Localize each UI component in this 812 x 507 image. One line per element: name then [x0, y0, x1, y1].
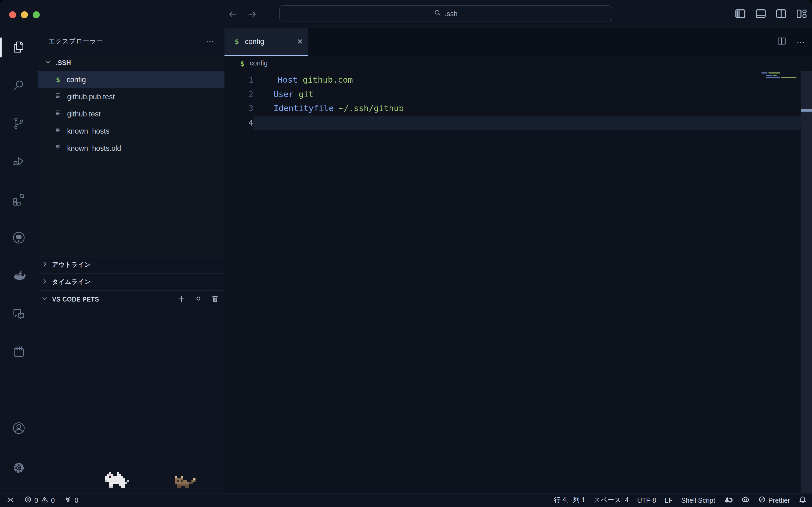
minimize-window-button[interactable]: [21, 11, 28, 18]
file-row-config[interactable]: $ config: [38, 71, 224, 88]
breadcrumb-file: config: [250, 60, 268, 67]
section-label: VS CODE PETS: [52, 296, 99, 302]
file-row-github-pub-test[interactable]: github.pub.test: [38, 88, 224, 105]
warning-icon: [41, 496, 48, 505]
shellscript-file-icon: $: [54, 75, 62, 83]
section-label: タイムライン: [52, 278, 91, 286]
title-bar: .ssh: [0, 0, 812, 28]
overview-ruler-cursor-marker: [801, 109, 812, 112]
chevron-right-icon: [41, 277, 49, 286]
editor-more-actions-icon[interactable]: ⋯: [797, 37, 806, 47]
search-view-icon[interactable]: [6, 72, 32, 98]
file-row-known-hosts-old[interactable]: known_hosts.old: [38, 139, 224, 157]
back-arrow-icon[interactable]: [228, 9, 238, 21]
editor-scrollbar[interactable]: [801, 71, 812, 493]
line-number: 3: [224, 101, 253, 116]
error-count: 0: [34, 497, 38, 504]
file-row-github-test[interactable]: github.test: [38, 105, 224, 122]
code-editor[interactable]: 1 Hostgithub.com 2 Usergit 3 Identityfil…: [224, 71, 812, 493]
broadcast-icon: [64, 496, 72, 505]
remote-indicator-icon[interactable]: [6, 496, 14, 505]
close-tab-icon[interactable]: ✕: [297, 37, 303, 45]
notifications-bell-icon[interactable]: [799, 496, 807, 505]
section-label: アウトライン: [52, 261, 91, 269]
more-actions-icon[interactable]: ⋯: [206, 36, 215, 46]
chat-comments-icon[interactable]: [6, 301, 32, 327]
file-label: github.pub.test: [67, 93, 115, 101]
section-vscode-pets[interactable]: VS CODE PETS: [38, 290, 224, 307]
editor-group: $ config ✕ ⋯ $ config 1 Hostgithub.com 2: [224, 28, 812, 493]
file-label: config: [66, 75, 86, 83]
chevron-down-icon: [44, 58, 52, 68]
toggle-panel-icon[interactable]: [755, 8, 766, 21]
account-icon[interactable]: [12, 421, 26, 437]
language-mode-status[interactable]: Shell Script: [681, 497, 715, 504]
search-value: .ssh: [445, 9, 458, 17]
copilot-icon[interactable]: [741, 495, 750, 505]
section-outline[interactable]: アウトライン: [38, 256, 224, 273]
line-number: 2: [224, 87, 253, 101]
squirrel-pets-icon[interactable]: [724, 495, 732, 505]
github-icon[interactable]: [6, 225, 32, 250]
pet-dog-white[interactable]: [105, 472, 129, 492]
line-number: 1: [224, 73, 253, 87]
customize-layout-icon[interactable]: [796, 8, 807, 21]
shellscript-file-icon: $: [239, 59, 246, 67]
docker-icon[interactable]: [6, 263, 32, 289]
eol-status[interactable]: LF: [665, 497, 673, 504]
indent-guide: [277, 87, 278, 116]
indentation-status[interactable]: スペース: 4: [594, 496, 628, 505]
text-file-icon: [54, 126, 62, 136]
formatter-status[interactable]: Prettier: [758, 496, 790, 505]
close-window-button[interactable]: [9, 11, 16, 18]
explorer-icon[interactable]: [6, 34, 32, 60]
command-center-search[interactable]: .ssh: [279, 5, 612, 21]
encoding-status[interactable]: UTF-8: [637, 497, 656, 504]
explorer-sidebar: エクスプローラー ⋯ .SSH $ config github.pub.test…: [38, 28, 224, 493]
code-line: 2 Usergit: [224, 87, 812, 101]
file-label: github.test: [67, 110, 101, 118]
window-controls: [9, 11, 40, 18]
cursor-position-status[interactable]: 行 4、列 1: [554, 496, 586, 505]
warning-count: 0: [51, 497, 55, 504]
ports-count: 0: [74, 497, 79, 504]
extensions-icon[interactable]: [6, 187, 32, 213]
split-editor-icon[interactable]: [777, 36, 786, 48]
notebook-icon[interactable]: [6, 339, 32, 365]
ports-status[interactable]: 0: [64, 496, 79, 505]
source-control-icon[interactable]: [6, 111, 32, 136]
search-icon: [434, 9, 442, 18]
text-file-icon: [54, 92, 62, 101]
zoom-window-button[interactable]: [33, 11, 40, 18]
line-number: 4: [224, 116, 253, 130]
prettier-slash-circle-icon: [758, 496, 766, 505]
delete-pet-trash-icon[interactable]: [211, 294, 219, 304]
status-bar: 0 0 0 行 4、列 1 スペース: 4 UTF-8 LF Shell Scr…: [0, 493, 812, 507]
code-line: 1 Hostgithub.com: [224, 73, 812, 87]
text-file-icon: [54, 109, 62, 119]
run-debug-icon[interactable]: [6, 149, 32, 174]
folder-row-ssh[interactable]: .SSH: [38, 55, 224, 71]
file-tree: .SSH $ config github.pub.test github.tes…: [38, 55, 224, 256]
sidebar-title: エクスプローラー: [48, 37, 103, 46]
problems-status[interactable]: 0 0: [24, 496, 55, 505]
shellscript-file-icon: $: [233, 37, 241, 45]
breadcrumb[interactable]: $ config: [224, 56, 812, 71]
tab-label: config: [245, 37, 264, 45]
file-label: known_hosts: [67, 127, 110, 135]
add-pet-icon[interactable]: [177, 294, 186, 304]
section-timeline[interactable]: タイムライン: [38, 273, 224, 290]
tab-config[interactable]: $ config ✕: [224, 28, 308, 56]
toggle-primary-sidebar-icon[interactable]: [735, 8, 746, 21]
pet-cat-brown[interactable]: [173, 476, 196, 493]
forward-arrow-icon[interactable]: [247, 9, 257, 21]
file-label: known_hosts.old: [67, 144, 121, 152]
file-row-known-hosts[interactable]: known_hosts: [38, 122, 224, 139]
text-file-icon: [54, 143, 62, 153]
roll-call-circle-icon[interactable]: [195, 295, 202, 303]
toggle-secondary-sidebar-icon[interactable]: [775, 8, 787, 21]
chevron-down-icon: [41, 294, 49, 304]
minimap[interactable]: [762, 72, 799, 80]
settings-gear-icon[interactable]: [12, 461, 26, 477]
chevron-right-icon: [41, 260, 49, 269]
